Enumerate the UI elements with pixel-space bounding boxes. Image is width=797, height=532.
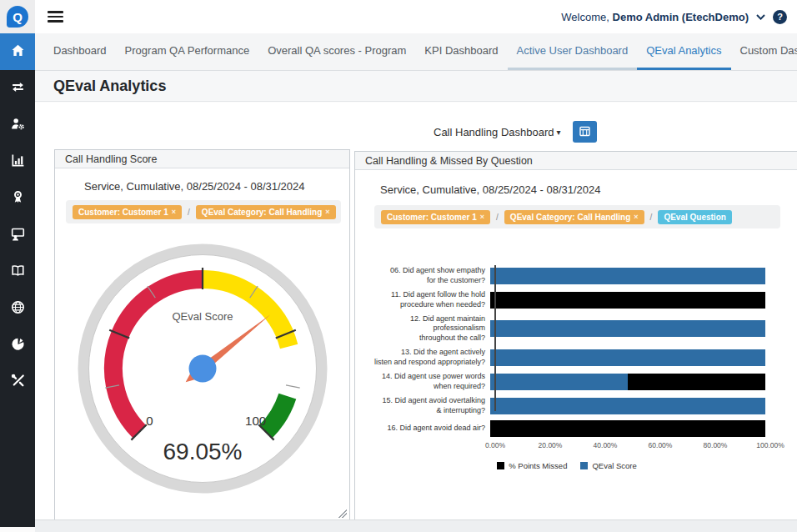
- user-menu[interactable]: Welcome, Demo Admin (EtechDemo) ?: [561, 0, 787, 33]
- sidebar-item-award[interactable]: [0, 180, 35, 217]
- bar-row: 15. Did agent avoid overtalking& interru…: [363, 396, 780, 415]
- bar-row: 06. Did agent show empathyfor the custom…: [363, 266, 780, 285]
- panel-header: Call Handling & Missed By Question: [355, 152, 797, 170]
- tab-custom-dashboard[interactable]: Custom Dashboard: [731, 33, 797, 70]
- tab-active-user-dashboard[interactable]: Active User Dashboard: [508, 33, 638, 70]
- calendar-icon: [579, 125, 591, 139]
- filter-chip-qeval-question[interactable]: QEval Question: [658, 210, 731, 224]
- award-icon: [11, 190, 25, 208]
- missed-by-question-chart: 06. Did agent show empathyfor the custom…: [363, 266, 780, 470]
- help-icon[interactable]: ?: [773, 10, 787, 24]
- bar-row: 14. Did agent use power wordswhen requir…: [363, 372, 780, 391]
- dashboard-content: Call Handling Dashboard ▾ Call Handling …: [35, 103, 797, 532]
- tab-dashboard[interactable]: Dashboard: [44, 33, 116, 70]
- legend-label: % Points Missed: [509, 461, 567, 470]
- main-area: DashboardProgram QA PerformanceOverall Q…: [35, 33, 797, 532]
- filter-chip-label: Customer: Customer 1: [78, 208, 168, 217]
- remove-filter-icon[interactable]: ×: [634, 213, 638, 221]
- sidebar-item-globe[interactable]: [0, 290, 35, 327]
- chevron-down-icon[interactable]: [756, 14, 765, 20]
- x-tick-label: 80.00%: [704, 441, 728, 449]
- bar-chart-subtitle: Service, Cumulative, 08/25/2024 - 08/31/…: [380, 183, 797, 196]
- gauge-subtitle: Service, Cumulative, 08/25/2024 - 08/31/…: [84, 180, 349, 193]
- x-tick-label: 60.00%: [649, 441, 673, 449]
- question-label: 12. Did agent maintain professionalismth…: [363, 314, 490, 344]
- remove-filter-icon[interactable]: ×: [172, 208, 176, 216]
- user-settings-icon: [11, 117, 25, 134]
- filter-chip-label: QEval Category: Call Handling: [202, 208, 322, 217]
- filter-chip-row: Customer: Customer 1×/QEval Category: Ca…: [374, 205, 780, 228]
- dashboard-tabs: DashboardProgram QA PerformanceOverall Q…: [35, 33, 797, 71]
- bar-track: [490, 268, 765, 284]
- tab-overall-qa-scores-program[interactable]: Overall QA scores - Program: [258, 33, 415, 70]
- sidebar-item-user-presentation[interactable]: [0, 217, 35, 253]
- bar-track: [490, 420, 765, 437]
- panel-title: Call Handling & Missed By Question: [365, 155, 533, 167]
- sidebar-item-user-book[interactable]: [0, 253, 35, 290]
- bar-segment-qeval-score: [490, 320, 765, 337]
- question-label: 06. Did agent show empathyfor the custom…: [363, 266, 490, 285]
- sidebar-item-home[interactable]: [0, 33, 35, 70]
- filter-chip-label: QEval Question: [664, 213, 725, 222]
- welcome-prefix: Welcome,: [561, 11, 609, 23]
- legend-swatch: [497, 462, 504, 469]
- filter-chip-customer-customer-1: Customer: Customer 1×: [73, 205, 182, 219]
- dashboard-selector-row: Call Handling Dashboard ▾: [434, 121, 597, 143]
- chart-legend: % Points MissedQEval Score: [363, 461, 770, 470]
- legend-swatch: [580, 462, 588, 469]
- app-logo[interactable]: Q: [0, 0, 35, 33]
- tab-kpi-dashboard[interactable]: KPI Dashboard: [415, 33, 507, 70]
- legend-item-points-missed: % Points Missed: [497, 461, 567, 470]
- remove-filter-icon[interactable]: ×: [480, 213, 484, 221]
- y-axis-line: [494, 265, 496, 411]
- legend-label: QEval Score: [592, 461, 636, 470]
- filter-separator: /: [650, 213, 653, 222]
- logo-letter: Q: [13, 10, 23, 24]
- filter-separator: /: [188, 208, 190, 217]
- bar-track: [490, 398, 765, 414]
- bar-track: [490, 320, 765, 337]
- user-name: Demo Admin (EtechDemo): [613, 11, 749, 23]
- sidebar-item-transfer-arrows[interactable]: [0, 70, 35, 107]
- pie-chart-icon: [11, 337, 25, 354]
- tab-qeval-analytics[interactable]: QEval Analytics: [637, 33, 730, 70]
- legend-item-qeval-score: QEval Score: [580, 461, 636, 470]
- panel-resize-handle[interactable]: [338, 509, 347, 518]
- x-tick-label: 40.00%: [594, 441, 618, 449]
- question-label: 11. Did agent follow the holdprocedure w…: [363, 290, 490, 309]
- missed-by-question-panel: Call Handling & Missed By Question Servi…: [354, 151, 797, 520]
- svg-text:QEval Score: QEval Score: [173, 310, 233, 323]
- sidebar-item-bar-chart[interactable]: [0, 143, 35, 180]
- hamburger-menu-icon[interactable]: [48, 11, 63, 23]
- bar-segment-points-missed: [628, 374, 765, 390]
- sidebar: [0, 33, 35, 527]
- bar-track: [490, 349, 765, 366]
- remove-filter-icon[interactable]: ×: [325, 208, 329, 216]
- sidebar-item-user-settings[interactable]: [0, 107, 35, 143]
- dashboard-selector[interactable]: Call Handling Dashboard ▾: [434, 126, 561, 138]
- bar-segment-qeval-score: [490, 268, 765, 284]
- x-tick-label: 100.00%: [756, 441, 784, 449]
- home-icon: [11, 43, 25, 61]
- bar-row: 16. Did agent avoid dead air?: [363, 420, 780, 437]
- qeval-score-gauge: QEval Score010069.05%: [78, 243, 328, 494]
- filter-chip-label: QEval Category: Call Handling: [510, 213, 630, 222]
- question-label: 13. Did the agent activelylisten and res…: [363, 348, 490, 367]
- bar-track: [490, 292, 765, 309]
- x-axis-ticks: 0.00%20.00%40.00%60.00%80.00%100.00%: [495, 441, 770, 451]
- sidebar-item-tools[interactable]: [0, 364, 35, 400]
- bar-chart-icon: [11, 153, 25, 171]
- filter-chip-row: Customer: Customer 1×/QEval Category: Ca…: [66, 200, 341, 223]
- bar-segment-qeval-score: [490, 398, 765, 414]
- bar-segment-qeval-score: [490, 374, 628, 390]
- tab-program-qa-performance[interactable]: Program QA Performance: [116, 33, 259, 70]
- sidebar-item-pie-chart[interactable]: [0, 327, 35, 364]
- bottom-strip: [35, 519, 797, 532]
- bar-track: [490, 374, 765, 390]
- dashboard-selector-label: Call Handling Dashboard: [434, 126, 554, 138]
- page-title: QEval Analytics: [53, 78, 166, 95]
- calendar-button[interactable]: [573, 121, 597, 143]
- bar-rows: 06. Did agent show empathyfor the custom…: [363, 266, 780, 437]
- bar-row: 13. Did the agent activelylisten and res…: [363, 348, 780, 367]
- caret-down-icon: ▾: [557, 128, 561, 137]
